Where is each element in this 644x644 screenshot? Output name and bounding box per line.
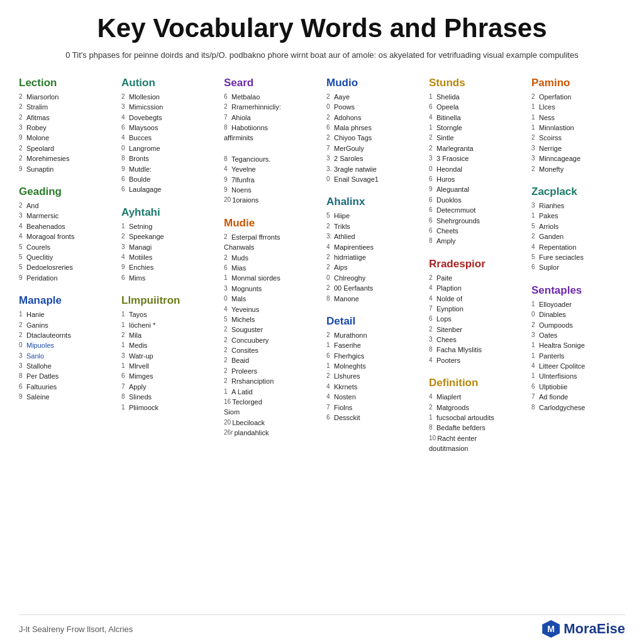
list-item: 2Rramerhinnicliy: [224, 103, 318, 112]
item-number: 20 [224, 418, 231, 428]
item-number: 3: [326, 232, 333, 242]
column-5: Pamino2Operfation1Llces1Ness1Minnlastion… [531, 77, 625, 465]
list-item: 2Aips [326, 263, 420, 272]
section-3-1: Ahalinx5Hiipe2Trikls3:Athlied4Mapirentie… [326, 196, 420, 304]
list-item: 20Lbeciloack [224, 418, 318, 428]
item-label: Pliimoock [129, 403, 158, 413]
item-label: Concuubery [231, 336, 269, 345]
item-number: 4 [429, 113, 435, 123]
list-item: 2Consites [224, 346, 318, 355]
item-number: 6 [121, 185, 128, 194]
list-item: 2Matgroods [429, 403, 523, 413]
item-label: Rrshanciption [231, 377, 274, 386]
item-label: Molneghts [334, 362, 366, 371]
section-1-0: Aution2Mlollesion3Mimicssion4Dovebegts6M… [121, 77, 215, 195]
item-label: fucsocbal artoudits [436, 413, 494, 423]
item-number: 3 [531, 201, 538, 211]
list-item: 0Dinables [531, 310, 625, 319]
item-number: 3 [121, 243, 128, 252]
list-item: 8Habotiionns [224, 123, 318, 133]
section-header-1-0: Aution [121, 77, 215, 89]
list-item: 6Ulptiobiie [531, 382, 625, 392]
item-number: 6 [224, 264, 230, 273]
item-label: Chiyoo Tags [334, 133, 372, 143]
column-2: Seard6Metbalao2Rramerhinnicliy:7Ahiola8H… [224, 77, 318, 465]
item-label: Slineds [129, 392, 152, 402]
list-item: 6Shehrgrounds [429, 216, 523, 226]
item-number: 7 [429, 304, 435, 314]
list-item: 4Mapirentiees [326, 243, 420, 252]
item-number: 9 [19, 133, 25, 143]
item-number: 8 [121, 392, 128, 402]
list-item: Chanwals [224, 243, 318, 252]
footer-brand: M MoraEise [542, 620, 625, 638]
item-label: Mapirentiees [334, 243, 374, 252]
item-number: 1 [121, 362, 128, 371]
list-item: 4Plaption [429, 284, 523, 293]
item-label: Miaplert [436, 392, 461, 402]
list-item: 8Teganciours. [224, 155, 318, 164]
list-item: 1fucsocbal artoudits [429, 413, 523, 423]
item-label: 3ragle natwiie [334, 165, 377, 174]
item-number: 6 [19, 382, 25, 392]
list-item: 6Mims [121, 274, 215, 283]
item-label: Molone [26, 133, 49, 143]
item-label: Bedafte befders [436, 423, 486, 433]
list-item: 1Molneghts [326, 362, 420, 371]
item-number: 2 [19, 201, 25, 211]
item-number: 1 [121, 341, 128, 350]
item-number: 2 [19, 144, 25, 153]
item-label: Manone [334, 294, 359, 304]
item-label: Mlollesion [129, 92, 160, 102]
item-label: Dtaclauteornts [26, 331, 71, 340]
item-number: 3 [531, 154, 538, 164]
item-number: 8 [429, 423, 435, 433]
item-number: 8 [429, 345, 435, 355]
list-item: 3Sanlo [19, 352, 113, 361]
list-item: 2Morehimesies [19, 154, 113, 164]
list-item: 4Dovebegts [121, 113, 215, 123]
list-item: 1Ulnterfisions [531, 372, 625, 381]
item-label: Arriols [539, 222, 558, 231]
item-number: 6 [429, 206, 435, 215]
list-item: 8Manone [326, 294, 420, 304]
item-number: 9 [224, 186, 230, 195]
list-item: 2Miarsorlon [19, 92, 113, 102]
item-label: Managi [129, 243, 152, 252]
item-number: 3 [429, 335, 435, 345]
item-number: 9 [429, 185, 435, 194]
section-header-2-2: Mudie [224, 217, 318, 230]
list-item: 3Chees [429, 335, 523, 345]
list-item: 3Mognunts [224, 284, 318, 294]
item-label: Lbeciloack [232, 418, 265, 428]
section-2-2: Mudie2Esterpal ffrrontsChanwals2Muds6Mia… [224, 217, 318, 438]
item-label: Stallohe [26, 362, 52, 371]
item-label: Michels [231, 315, 255, 325]
list-item: 1Monmal siordes [224, 274, 318, 283]
section-header-3-2: Detail [326, 315, 420, 328]
item-label: Marmersic [26, 211, 58, 221]
list-item: 6Huros [429, 175, 523, 184]
list-item: 4Kkrnets [326, 382, 420, 392]
list-item: 4Litteer Cpolitce [531, 362, 625, 371]
item-number: 2 [224, 103, 230, 112]
item-label: Bucces [129, 133, 152, 143]
item-label: Mutdle: [129, 165, 152, 174]
item-label: Ganins [26, 321, 48, 330]
item-label: Setning [129, 222, 152, 231]
item-number: 3 [19, 362, 25, 371]
item-number: 2 [224, 346, 230, 355]
item-label: Murathonn [334, 331, 367, 340]
item-label: Habotiionns [231, 123, 268, 133]
section-4-1: Rradespior2Paite4Plaption4Nolde of7Eynpt… [429, 258, 523, 366]
item-label: Minncageage [539, 154, 580, 164]
section-4-0: Stunds1Shelida6Opeela4Bitinella1Storngle… [429, 77, 523, 247]
item-number: 6 [429, 103, 435, 112]
page-title: Key Vocabulary Words and Phrases [19, 13, 625, 44]
item-number: 9 [19, 165, 25, 174]
list-item: 9Aleguantal [429, 185, 523, 194]
list-item: 6Lops [429, 314, 523, 324]
item-label: Aleguantal [436, 185, 469, 194]
list-item: 5Hiipe [326, 211, 420, 221]
item-number: 7 [531, 392, 538, 402]
